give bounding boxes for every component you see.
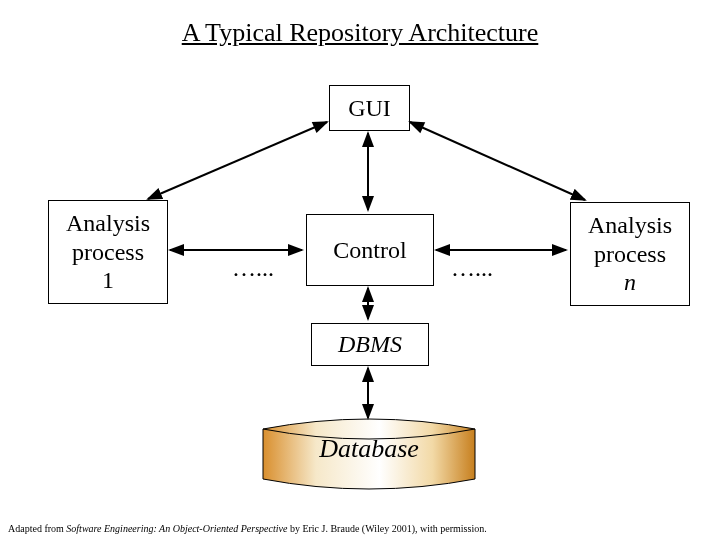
credit-suffix: by Eric J. Braude (Wiley 2001), with per…	[287, 523, 486, 534]
credit-prefix: Adapted from	[8, 523, 66, 534]
credit-line: Adapted from Software Engineering: An Ob…	[8, 523, 487, 534]
svg-line-6	[410, 122, 585, 200]
svg-line-5	[148, 122, 327, 199]
credit-title: Software Engineering: An Object-Oriented…	[66, 523, 287, 534]
diagram-arrows	[0, 0, 720, 540]
